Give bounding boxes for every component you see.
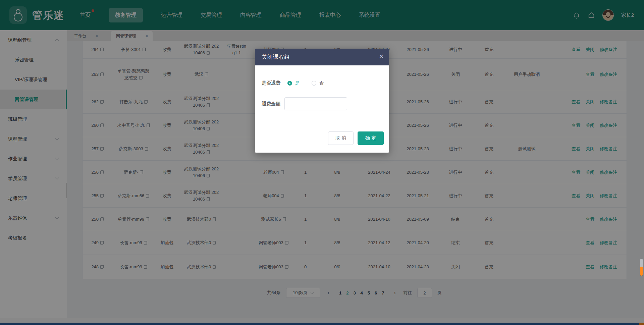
refund-label: 是否退费 [262, 80, 280, 86]
refund-amount-input[interactable] [284, 97, 347, 110]
dialog-title: 关闭课程组 [262, 54, 290, 61]
close-course-group-dialog: 关闭课程组 ✕ 是否退费 是 否 退费金额 取 消 确 定 [255, 49, 389, 153]
confirm-button[interactable]: 确 定 [358, 131, 384, 145]
cancel-button[interactable]: 取 消 [328, 131, 354, 145]
radio-no-label[interactable]: 否 [319, 80, 324, 86]
scroll-progress-fill [640, 267, 643, 276]
vertical-scroll-indicator[interactable] [640, 259, 643, 276]
radio-yes-label[interactable]: 是 [295, 80, 300, 86]
radio-refund-no[interactable] [312, 81, 316, 86]
amount-row: 退费金额 [262, 98, 280, 110]
amount-label: 退费金额 [262, 101, 280, 107]
refund-radio-row: 是否退费 是 否 [262, 77, 324, 89]
radio-refund-yes[interactable] [287, 81, 292, 86]
close-icon[interactable]: ✕ [379, 53, 384, 60]
dialog-header: 关闭课程组 [255, 49, 389, 65]
